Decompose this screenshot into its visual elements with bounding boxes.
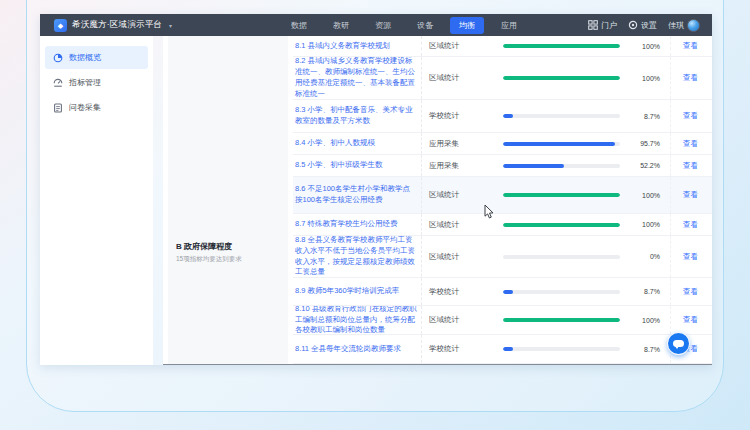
progress-percent: 100% (624, 192, 660, 199)
progress-track (503, 223, 620, 227)
progress-fill (503, 223, 620, 227)
nav-menu: 数据教研资源设备均衡应用 (282, 17, 526, 34)
table-row: 8.4 小学、初中人数规模应用采集95.7%查看 (293, 133, 712, 155)
progress-percent: 8.7% (624, 113, 660, 120)
progress-track (503, 142, 620, 146)
progress-track (503, 193, 620, 197)
progress-fill (503, 347, 513, 351)
table-row: 8.1 县域内义务教育学校规划区域统计100%查看 (293, 36, 712, 57)
indicator-name-link[interactable]: 8.10 县级教育行政部门在核定的教职工编制总额和岗位总量内，统筹分配各校教职工… (293, 306, 421, 335)
view-link[interactable]: 查看 (670, 36, 712, 56)
collect-type-label: 区域统计 (421, 236, 495, 277)
survey-collect-icon (53, 103, 63, 113)
progress-percent: 0% (624, 253, 660, 260)
progress-cell: 8.7% (495, 288, 660, 295)
sidebar-item-label: 问卷采集 (69, 102, 101, 113)
nav-item-1[interactable]: 教研 (324, 17, 358, 34)
indicator-name-link[interactable]: 8.2 县域内城乡义务教育学校建设标准统一、教师编制标准统一、生均公用经费基准定… (293, 57, 421, 100)
nav-item-0[interactable]: 数据 (282, 17, 316, 34)
view-link[interactable]: 查看 (670, 177, 712, 213)
view-link[interactable]: 查看 (670, 278, 712, 305)
gear-icon (628, 20, 638, 30)
collect-type-label: 应用采集 (421, 133, 495, 154)
sidebar-item-0[interactable]: 数据概览 (45, 46, 148, 69)
sidebar-item-1[interactable]: 指标管理 (45, 71, 148, 94)
progress-percent: 100% (624, 43, 660, 50)
table-row: 8.6 不足100名学生村小学和教学点按100名学生核定公用经费区域统计100%… (293, 177, 712, 214)
progress-cell: 0% (495, 253, 660, 260)
table-row: 8.3 小学、初中配备音乐、美术专业教室的数量及平方米数学校统计8.7%查看 (293, 100, 712, 133)
collect-type-label: 应用采集 (421, 155, 495, 176)
view-link[interactable]: 查看 (670, 155, 712, 176)
collect-type-label: 学校统计 (421, 278, 495, 305)
brand[interactable]: ◆ 希沃魔方·区域演示平台 ▾ (40, 19, 240, 32)
table-row: 8.9 教师5年360学时培训完成率学校统计8.7%查看 (293, 278, 712, 306)
progress-cell: 95.7% (495, 140, 660, 147)
progress-track (503, 255, 620, 259)
user-menu[interactable]: 佳琪 (668, 19, 700, 32)
portal-label: 门户 (601, 20, 617, 31)
indicator-name-link[interactable]: 8.8 全县义务教育学校教师平均工资收入水平不低于当地公务员平均工资收入水平，按… (293, 236, 421, 278)
sidebar-item-label: 指标管理 (69, 77, 101, 88)
indicator-name-link[interactable]: 8.3 小学、初中配备音乐、美术专业教室的数量及平方米数 (293, 103, 421, 129)
sidebar-item-label: 数据概览 (69, 52, 101, 63)
progress-percent: 8.7% (624, 288, 660, 295)
table-row: 8.5 小学、初中班级学生数应用采集52.2%查看 (293, 155, 712, 177)
table-row: 8.8 全县义务教育学校教师平均工资收入水平不低于当地公务员平均工资收入水平，按… (293, 236, 712, 278)
view-link[interactable]: 查看 (670, 214, 712, 235)
top-navbar: ◆ 希沃魔方·区域演示平台 ▾ 数据教研资源设备均衡应用 门户 设置 (40, 14, 712, 36)
view-link[interactable]: 查看 (670, 100, 712, 132)
indicator-name-link[interactable]: 8.6 不足100名学生村小学和教学点按100名学生核定公用经费 (293, 182, 421, 208)
collect-type-label: 区域统计 (421, 36, 495, 56)
view-link[interactable]: 查看 (670, 133, 712, 154)
progress-cell: 100% (495, 75, 660, 82)
nav-item-3[interactable]: 设备 (408, 17, 442, 34)
brand-title: 希沃魔方·区域演示平台 (72, 19, 162, 31)
indicator-name-link[interactable]: 8.11 全县每年交流轮岗教师要求 (293, 342, 421, 357)
indicator-table-panel: B 政府保障程度 15项指标均要达到要求 8.1 县域内义务教育学校规划区域统计… (163, 36, 712, 365)
progress-track (503, 76, 620, 80)
progress-cell: 8.7% (495, 113, 660, 120)
collect-type-label: 区域统计 (421, 214, 495, 235)
progress-track (503, 164, 620, 168)
indicator-name-link[interactable]: 8.7 特殊教育学校生均公用经费 (293, 217, 421, 232)
nav-item-2[interactable]: 资源 (366, 17, 400, 34)
category-cell: B 政府保障程度 15项指标均要达到要求 (168, 36, 288, 364)
view-link[interactable]: 查看 (670, 57, 712, 99)
portal-button[interactable]: 门户 (588, 20, 617, 31)
collect-type-label: 学校统计 (421, 335, 495, 363)
progress-percent: 100% (624, 221, 660, 228)
progress-track (503, 114, 620, 118)
data-overview-icon (53, 53, 63, 63)
nav-item-4[interactable]: 均衡 (450, 17, 484, 34)
brand-logo-icon: ◆ (54, 19, 67, 32)
nav-item-5[interactable]: 应用 (492, 17, 526, 34)
user-avatar (687, 19, 700, 32)
collect-type-label: 学校统计 (421, 100, 495, 132)
chevron-down-icon: ▾ (169, 22, 172, 29)
indicator-name-link[interactable]: 8.5 小学、初中班级学生数 (293, 158, 421, 173)
view-link[interactable]: 查看 (670, 306, 712, 334)
indicator-name-link[interactable]: 8.9 教师5年360学时培训完成率 (293, 284, 421, 299)
chat-support-button[interactable] (667, 332, 690, 355)
view-link[interactable]: 查看 (670, 236, 712, 277)
sidebar-item-2[interactable]: 问卷采集 (45, 96, 148, 119)
table-row: 8.11 全县每年交流轮岗教师要求学校统计8.7%查看 (293, 335, 712, 364)
progress-cell: 8.7% (495, 346, 660, 353)
progress-fill (503, 76, 620, 80)
progress-cell: 100% (495, 317, 660, 324)
progress-fill (503, 164, 564, 168)
category-title: B 政府保障程度 (176, 241, 242, 252)
indicator-name-link[interactable]: 8.1 县域内义务教育学校规划 (293, 39, 421, 54)
progress-cell: 52.2% (495, 162, 660, 169)
progress-percent: 95.7% (624, 140, 660, 147)
indicator-name-link[interactable]: 8.4 小学、初中人数规模 (293, 136, 421, 151)
progress-fill (503, 142, 615, 146)
progress-cell: 100% (495, 221, 660, 228)
progress-fill (503, 114, 513, 118)
settings-button[interactable]: 设置 (628, 20, 657, 31)
navbar-right: 门户 设置 佳琪 (588, 19, 712, 32)
app-window: ◆ 希沃魔方·区域演示平台 ▾ 数据教研资源设备均衡应用 门户 设置 (40, 14, 712, 365)
progress-track (503, 347, 620, 351)
progress-fill (503, 290, 513, 294)
